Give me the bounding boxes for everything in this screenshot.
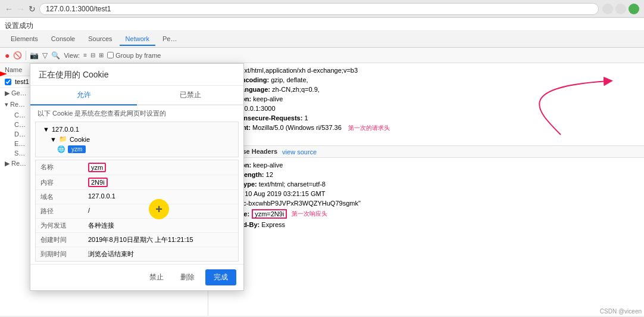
red-arrow (0, 69, 12, 80)
cookie-dialog: 正在使用的 Cookie 允许 已禁止 以下 Cookie 是系统在您查看此网页… (30, 63, 244, 291)
address-bar[interactable]: 127.0.0.1:3000/test1 (39, 3, 599, 15)
view-source-link[interactable]: view source (282, 148, 317, 156)
tab-blocked[interactable]: 已禁止 (137, 86, 243, 104)
cookie-entry-badge: yzm (68, 145, 86, 153)
accept-header-value: text/html,application/xh d-exchange;v=b3 (239, 67, 358, 74)
cookie-content-value: 2N9i (88, 178, 108, 187)
record-button[interactable]: ● (5, 51, 10, 60)
tab-network[interactable]: Network (120, 33, 155, 46)
page-status: 设置成功 (0, 18, 644, 31)
devtools-tabs: Elements Console Sources Network Pe… (0, 31, 644, 48)
browser-chrome: ← → ↻ 127.0.0.1:3000/test1 (0, 0, 644, 18)
dialog-footer: 禁止 删除 完成 (30, 264, 243, 290)
dialog-tabs: 允许 已禁止 (30, 86, 243, 105)
cookie-details: 名称 yzm 内容 2N9i 域名 127.0.0.1 路径 / 为何发送 各种… (35, 160, 239, 262)
delete-button[interactable]: 删除 (174, 269, 201, 285)
tab-performance[interactable]: Pe… (157, 33, 183, 46)
set-cookie-value: yzm=2N9i (252, 209, 287, 219)
refresh-button[interactable]: ↻ (29, 4, 36, 14)
first-response-label: 第一次响应头 (292, 210, 327, 218)
cookie-name-value: yzm (88, 163, 106, 172)
group-by-frame-checkbox[interactable] (107, 52, 114, 58)
tab-allow[interactable]: 允许 (30, 86, 137, 105)
tab-sources[interactable]: Sources (82, 33, 118, 46)
response-headers-section: ▾ Response Headers view source (208, 145, 644, 158)
tab-elements[interactable]: Elements (5, 33, 44, 46)
right-panel: Accept: text/html,application/xh d-excha… (208, 63, 644, 316)
forward-button[interactable]: → (17, 4, 25, 14)
camera-button[interactable]: 📷 (30, 51, 39, 60)
dialog-title: 正在使用的 Cookie (30, 64, 243, 86)
cookie-tree: ▼ 127.0.0.1 ▼ 📁 Cookie 🌐 yzm (35, 122, 239, 157)
search-button[interactable]: 🔍 (51, 51, 60, 60)
view-large-button[interactable]: ⊞ (99, 52, 104, 58)
yellow-circle: + (149, 199, 169, 219)
network-toolbar: ● 🚫 📷 ▽ 🔍 View: ≡ ⊟ ⊞ Group by frame (0, 48, 644, 63)
view-label: View: (64, 52, 80, 59)
watermark: CSDN @viceen (600, 308, 642, 315)
back-button[interactable]: ← (5, 4, 13, 14)
request-headers-section: Accept: text/html,application/xh d-excha… (208, 63, 644, 136)
clear-button[interactable]: 🚫 (13, 51, 22, 60)
block-button[interactable]: 禁止 (143, 269, 170, 285)
view-detail-button[interactable]: ⊟ (90, 52, 95, 58)
done-button[interactable]: 完成 (205, 269, 236, 285)
svg-marker-1 (0, 72, 7, 76)
tab-console[interactable]: Console (45, 33, 81, 46)
filter-button[interactable]: ▽ (42, 51, 48, 60)
view-list-button[interactable]: ≡ (83, 52, 87, 58)
dialog-desc: 以下 Cookie 是系统在您查看此网页时设置的 (30, 105, 243, 122)
first-request-label: 第一次的请求头 (348, 125, 390, 131)
group-by-frame-label[interactable]: Group by frame (107, 52, 161, 59)
